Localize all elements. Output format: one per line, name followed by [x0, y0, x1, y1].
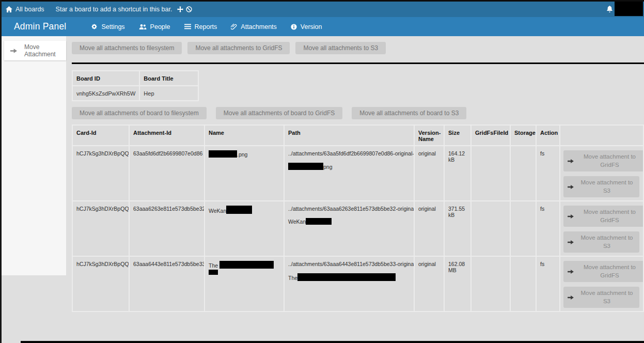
paperclip-icon: [231, 23, 237, 30]
cell-path: ../attachments/63aaa6263e811e573db5be32-…: [284, 201, 414, 256]
board-table: Board ID Board Title vnhg5KsZsdPwXRh5W H…: [72, 70, 199, 101]
redacted-text: [306, 218, 332, 225]
arrow-right-icon: [568, 240, 574, 245]
sidebar-item-move-attachment[interactable]: Move Attachment: [4, 41, 66, 60]
redacted-text: [288, 163, 323, 170]
cell-row-actions: Move attachment to GridFSMove attachment…: [560, 256, 643, 311]
cell-text: ../attachments/63aaa6443e811e573db5be33-…: [288, 261, 410, 267]
home-icon: [6, 6, 12, 12]
move-attachment-to-s3-button[interactable]: Move attachment to S3: [563, 176, 639, 197]
list-icon: [184, 24, 191, 29]
cell-version-name: original: [414, 256, 444, 311]
move-icon[interactable]: [177, 6, 183, 12]
cell-size: 371.55 kB: [444, 201, 471, 256]
move-all-attachments-button-0[interactable]: Move all attachments to filesystem: [72, 42, 182, 54]
top-navigation-bar: All boards Star a board to add a shortcu…: [2, 2, 644, 17]
cell-action: fs: [536, 201, 560, 256]
arrow-right-icon: [568, 214, 574, 219]
move-board-attachments-button-1[interactable]: Move all attachments of board to GridFS: [216, 107, 342, 119]
cell-card-id: hCJ7kSg3hDXrBpQQa: [72, 256, 129, 311]
sidebar-item-label: Move Attachment: [24, 43, 66, 58]
tab-version[interactable]: Version: [291, 23, 322, 30]
board-row: vnhg5KsZsdPwXRh5W Hep: [72, 86, 198, 101]
move-all-attachments-button-1[interactable]: Move all attachments to GridFS: [187, 42, 290, 54]
move-attachment-to-s3-button[interactable]: Move attachment to S3: [563, 287, 639, 308]
move-board-attachments-button-0[interactable]: Move all attachments of board to filesys…: [72, 107, 207, 119]
cell-attachment-id: 63aa5fd6df2b6699807e0d86: [129, 146, 205, 201]
cell-version-name: original: [414, 146, 444, 201]
cell-size: 164.12 kB: [444, 146, 471, 201]
tab-settings[interactable]: Settings: [91, 23, 124, 30]
notifications-bell-icon[interactable]: [606, 6, 613, 13]
cell-gridfs-file-id: [471, 146, 510, 201]
move-board-attachments-button-2[interactable]: Move all attachments of board to S3: [352, 107, 466, 119]
tab-label: Settings: [101, 23, 124, 30]
attachments-table: Card-IdAttachment-IdNamePathVersion-Name…: [72, 124, 644, 312]
redacted-text: [209, 270, 218, 275]
board-id-header: Board ID: [72, 71, 139, 86]
cell-text: ../attachments/63aaa6263e811e573db5be32-…: [288, 206, 410, 212]
column-header: GridFsFileId: [471, 125, 510, 146]
cell-name: .png: [205, 146, 284, 201]
cell-gridfs-file-id: [471, 256, 510, 311]
cell-name: WeKan: [205, 201, 284, 256]
cell-size: 162.08 MB: [444, 256, 471, 311]
tab-label: People: [150, 23, 170, 30]
all-boards-label: All boards: [15, 6, 44, 13]
global-toolbar: Move all attachments to filesystemMove a…: [72, 42, 644, 54]
cell-text: ../attachments/63aa5fd6df2b6699807e0d86-…: [288, 150, 410, 157]
cell-storage: [510, 146, 536, 201]
board-id-cell: vnhg5KsZsdPwXRh5W: [72, 86, 139, 101]
cell-storage: [510, 256, 536, 311]
cell-storage: [510, 201, 536, 256]
column-header: Storage: [510, 125, 536, 146]
cell-row-actions: Move attachment to GridFSMove attachment…: [560, 201, 643, 256]
shortcut-hint: Star a board to add a shortcut in this b…: [56, 6, 193, 13]
redacted-text: [226, 206, 252, 214]
column-header: Path: [284, 125, 414, 146]
attachments-header-row: Card-IdAttachment-IdNamePathVersion-Name…: [72, 125, 643, 146]
row-button-label: Move attachment to S3: [578, 289, 635, 305]
attachment-row: hCJ7kSg3hDXrBpQQa63aaa6443e811e573db5be3…: [72, 256, 643, 311]
move-all-attachments-button-2[interactable]: Move all attachments to S3: [295, 42, 386, 54]
move-attachment-to-gridfs-button[interactable]: Move attachment to GridFS: [563, 261, 643, 282]
column-header: Size: [444, 125, 471, 146]
cell-text: .png: [237, 151, 247, 158]
info-icon: [291, 24, 297, 30]
move-attachment-to-s3-button[interactable]: Move attachment to S3: [563, 231, 639, 253]
arrow-right-icon: [10, 48, 17, 54]
column-header: Attachment-Id: [129, 125, 205, 146]
shortcut-hint-text: Star a board to add a shortcut in this b…: [56, 6, 172, 13]
admin-tabs: SettingsPeopleReportsAttachmentsVersion: [91, 23, 322, 30]
cell-attachment-id: 63aaa6443e811e573db5be33: [129, 256, 205, 311]
tab-attachments[interactable]: Attachments: [231, 23, 276, 30]
cell-attachment-id: 63aaa6263e811e573db5be32: [129, 201, 205, 256]
tab-people[interactable]: People: [139, 23, 170, 30]
cell-text: The: [288, 275, 297, 281]
ban-icon[interactable]: [186, 6, 192, 12]
row-button-label: Move attachment to GridFS: [578, 208, 641, 224]
redacted-text: [297, 273, 396, 281]
row-button-label: Move attachment to S3: [578, 234, 635, 250]
cell-action: fs: [536, 146, 560, 201]
bottom-edge-bar: [21, 341, 644, 343]
main-content: Move all attachments to filesystemMove a…: [66, 36, 644, 343]
column-header: Action: [536, 125, 560, 146]
arrow-right-icon: [568, 295, 574, 300]
redacted-text: [219, 261, 274, 269]
gear-icon: [91, 23, 98, 30]
all-boards-link[interactable]: All boards: [6, 6, 44, 13]
cell-text: The: [209, 262, 219, 269]
row-button-label: Move attachment to GridFS: [578, 263, 641, 279]
admin-panel-header: Admin Panel SettingsPeopleReportsAttachm…: [2, 17, 644, 36]
cell-row-actions: Move attachment to GridFSMove attachment…: [560, 146, 643, 201]
tab-reports[interactable]: Reports: [184, 23, 217, 30]
tab-label: Version: [301, 23, 322, 30]
move-attachment-to-gridfs-button[interactable]: Move attachment to GridFS: [563, 206, 643, 227]
cell-text: WeKan: [209, 208, 226, 214]
move-attachment-to-gridfs-button[interactable]: Move attachment to GridFS: [563, 150, 643, 172]
cell-card-id: hCJ7kSg3hDXrBpQQa: [72, 201, 129, 256]
attachment-row: hCJ7kSg3hDXrBpQQa63aa5fd6df2b6699807e0d8…: [72, 146, 643, 201]
cell-card-id: hCJ7kSg3hDXrBpQQa: [72, 146, 129, 201]
column-header: Card-Id: [72, 125, 129, 146]
